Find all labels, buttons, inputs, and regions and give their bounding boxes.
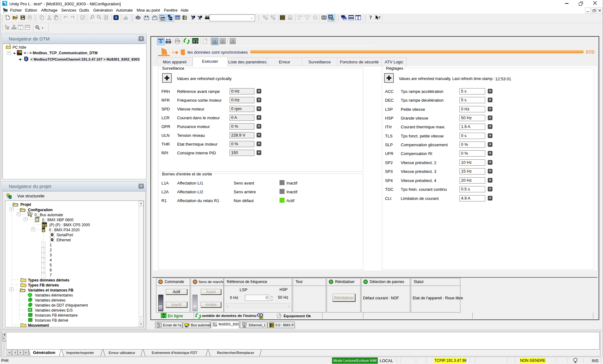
svg-text:1: 1 <box>214 39 216 44</box>
svg-text:?: ? <box>378 15 381 20</box>
svg-text:3: 3 <box>232 39 234 44</box>
svg-text:STOP: STOP <box>304 15 310 18</box>
svg-text:2: 2 <box>222 39 224 44</box>
svg-text:?: ? <box>369 15 372 20</box>
svg-text:RUN: RUN <box>297 15 303 18</box>
svg-text:i: i <box>160 323 160 327</box>
